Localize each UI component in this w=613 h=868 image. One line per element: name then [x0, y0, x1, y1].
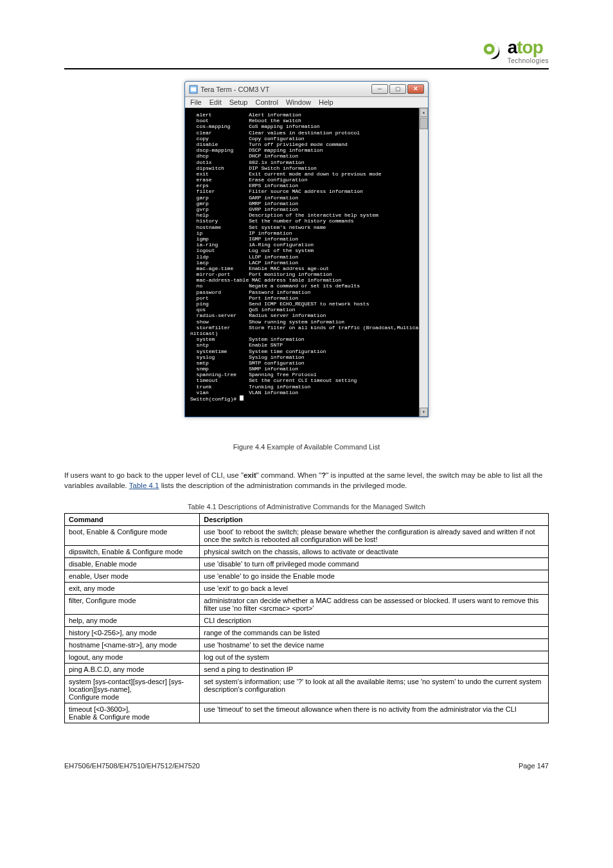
menu-file[interactable]: File — [190, 98, 202, 106]
terminal-line: garp GARP information — [190, 195, 423, 201]
menu-help[interactable]: Help — [319, 98, 333, 106]
terminal-line: smtp SMTP configuration — [190, 360, 423, 366]
table-cell: exit, any mode — [65, 582, 200, 594]
window-title: Tera Term - COM3 VT — [200, 86, 371, 93]
terminal-line: disable Turn off privileged mode command — [190, 141, 423, 147]
terminal-line: stormfilter Storm filter on all kinds of… — [190, 325, 423, 330]
figure-caption: Figure 4.4 Example of Available Command … — [64, 443, 549, 451]
table-cell: hostname [<name-str>], any mode — [65, 638, 200, 651]
table-cell: use 'exit' to go back a level — [200, 582, 549, 594]
terminal-line: boot Reboot the switch — [190, 118, 423, 123]
logo-wordmark: atop — [508, 39, 549, 57]
table-row: logout, any modelog out of the system — [65, 651, 549, 663]
table-row: dipswitch, Enable & Configure modephysic… — [65, 545, 549, 557]
table-cell: timeout [<0-3600>], Enable & Configure m… — [65, 703, 200, 723]
table-cell: physical switch on the chassis, allows t… — [200, 545, 549, 557]
terminal-line: snmp SNMP information — [190, 366, 423, 372]
menu-bar: File Edit Setup Control Window Help — [185, 97, 428, 108]
terminal-line: lacp LACP information — [190, 260, 423, 266]
terminal-line: mac-address-table MAC address table info… — [190, 277, 423, 283]
table-cell: enable, User mode — [65, 570, 200, 582]
terminal-line: filter Filter source MAC address informa… — [190, 188, 423, 194]
terminal-line: systemtime System time configuration — [190, 348, 423, 354]
terminal-line: no Negate a command or set its defaults — [190, 283, 423, 289]
table-row: enable, User modeuse 'enable' to go insi… — [65, 570, 549, 582]
terminal-line: dot1x 802.1x information — [190, 159, 423, 165]
terminal-line: gmrp GMRP information — [190, 201, 423, 206]
table-cell: use 'boot' to reboot the switch; please … — [200, 525, 549, 545]
footer-left: EH7506/EH7508/EH7510/EH7512/EH7520 — [64, 762, 200, 770]
body-paragraph: If users want to go back to the upper le… — [64, 470, 549, 491]
terminal-line: mirror-port Port monitoring information — [190, 271, 423, 277]
table-cell: range of the commands can be listed — [200, 626, 549, 638]
table-cell: CLI description — [200, 614, 549, 626]
terminal-output[interactable]: alert Alert information boot Reboot the … — [185, 108, 428, 417]
close-button[interactable]: ✕ — [407, 84, 424, 94]
scroll-thumb[interactable] — [420, 118, 428, 129]
cursor-icon — [240, 395, 244, 401]
terminal-line: vlan VLAN information — [190, 390, 423, 395]
scroll-up-icon[interactable]: ▴ — [420, 108, 428, 117]
table-row: system [sys-contact][sys-descr] [sys-loc… — [65, 675, 549, 703]
terminal-line: hostname Set system's network name — [190, 224, 423, 230]
scroll-down-icon[interactable]: ▾ — [420, 408, 428, 417]
maximize-button[interactable]: ▢ — [389, 84, 406, 94]
terminal-line: niticast) — [190, 330, 423, 336]
command-table: Command Description boot, Enable & Confi… — [64, 513, 549, 723]
table-cell: filter, Configure mode — [65, 594, 200, 614]
terminal-line: port Port information — [190, 295, 423, 301]
terminal-line: trunk Trunking information — [190, 384, 423, 390]
terminal-line: timeout Set the current CLI timeout sett… — [190, 377, 423, 383]
terminal-line: help Description of the interactive help… — [190, 212, 423, 218]
table-reference-link[interactable]: Table 4.1 — [129, 482, 159, 489]
logo-mark-icon — [481, 39, 505, 64]
menu-edit[interactable]: Edit — [209, 98, 222, 106]
terminal-line: ia-ring iA-Ring configuration — [190, 242, 423, 248]
terminal-line: radius-server Radius server information — [190, 312, 423, 318]
table-row: filter, Configure modeadministrator can … — [65, 594, 549, 614]
col-description: Description — [200, 513, 549, 525]
terminal-line: sntp Enable SNTP — [190, 342, 423, 348]
table-cell: use 'hostname' to set the device name — [200, 638, 549, 651]
table-cell: log out of the system — [200, 651, 549, 663]
table-cell: ping A.B.C.D, any mode — [65, 663, 200, 675]
table-cell: logout, any mode — [65, 651, 200, 663]
table-row: hostname [<name-str>], any modeuse 'host… — [65, 638, 549, 651]
table-cell: dipswitch, Enable & Configure mode — [65, 545, 200, 557]
menu-setup[interactable]: Setup — [229, 98, 248, 106]
menu-control[interactable]: Control — [255, 98, 278, 106]
table-cell: help, any mode — [65, 614, 200, 626]
terminal-line: lldp LLDP information — [190, 254, 423, 260]
app-icon — [189, 85, 198, 94]
terminal-line: gvrp GVRP information — [190, 206, 423, 212]
table-cell: use 'disable' to turn off privileged mod… — [200, 557, 549, 570]
terminal-line: igmp IGMP information — [190, 236, 423, 242]
table-row: ping A.B.C.D, any modesend a ping to des… — [65, 663, 549, 675]
table-cell: history [<0-256>], any mode — [65, 626, 200, 638]
scrollbar[interactable]: ▴ ▾ — [419, 108, 428, 417]
terminal-window: Tera Term - COM3 VT ─ ▢ ✕ File Edit Setu… — [184, 81, 429, 417]
terminal-line: ip IP information — [190, 230, 423, 236]
terminal-line: cos-mapping CoS mapping information — [190, 123, 423, 129]
table-cell: boot, Enable & Configure mode — [65, 525, 200, 545]
table-cell: set system's information; use '?' to loo… — [200, 675, 549, 703]
table-row: help, any modeCLI description — [65, 614, 549, 626]
footer-right: Page 147 — [519, 762, 549, 770]
col-command: Command — [65, 513, 200, 525]
terminal-line: history Set the number of history comman… — [190, 218, 423, 224]
page-header: atop Technologies — [64, 39, 549, 69]
svg-rect-3 — [191, 87, 196, 91]
table-cell: use 'enable' to go inside the Enable mod… — [200, 570, 549, 582]
table-cell: use 'timeout' to set the timeout allowan… — [200, 703, 549, 723]
terminal-line: system System information — [190, 336, 423, 342]
menu-window[interactable]: Window — [286, 98, 311, 106]
table-row: timeout [<0-3600>], Enable & Configure m… — [65, 703, 549, 723]
terminal-line: password Password information — [190, 289, 423, 295]
table-cell: send a ping to destination IP — [200, 663, 549, 675]
terminal-line: syslog Syslog information — [190, 354, 423, 360]
minimize-button[interactable]: ─ — [371, 84, 388, 94]
svg-point-1 — [486, 46, 492, 51]
window-title-bar[interactable]: Tera Term - COM3 VT ─ ▢ ✕ — [185, 82, 428, 97]
table-row: exit, any modeuse 'exit' to go back a le… — [65, 582, 549, 594]
terminal-line: erase Erase configuration — [190, 177, 423, 183]
